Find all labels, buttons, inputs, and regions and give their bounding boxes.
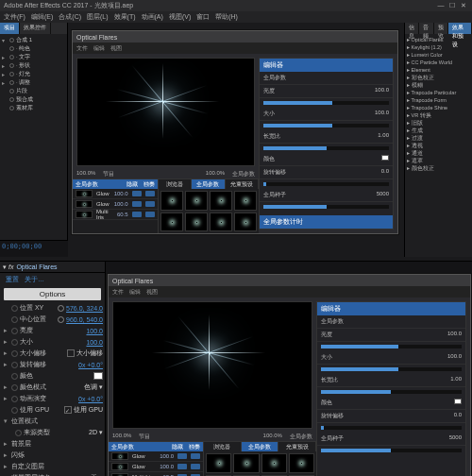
flare-preview[interactable] [112, 301, 312, 429]
twirl-icon[interactable] [2, 327, 9, 334]
param-value[interactable]: 0x +0.0° [78, 362, 103, 368]
gallery-thumb[interactable] [210, 191, 232, 211]
twirl-icon[interactable] [2, 395, 9, 402]
reset-link[interactable]: 重置 [6, 275, 19, 284]
param-checkbox[interactable] [67, 349, 75, 357]
stopwatch-icon[interactable] [15, 430, 22, 436]
editor-slider[interactable] [263, 101, 389, 105]
preview-mode-b[interactable]: 全局参数 [232, 170, 255, 178]
list-item[interactable]: ▸ 通道 [407, 149, 470, 157]
list-item[interactable]: ▸ Keylight (1.2) [407, 43, 470, 51]
preview-mode-a[interactable]: 节目 [139, 433, 150, 441]
stopwatch-icon[interactable] [11, 350, 18, 357]
stopwatch-icon[interactable] [11, 384, 18, 391]
param-value[interactable]: 960.0, 540.0 [66, 316, 103, 323]
panel-tab[interactable]: 效果控件 [20, 23, 51, 34]
stack-row[interactable]: Multi Iris60.5 [109, 472, 203, 476]
editor-slider[interactable] [321, 390, 462, 394]
list-item[interactable]: ▸ VR 转换 [407, 111, 470, 119]
tree-item[interactable]: 素材库 [2, 104, 65, 112]
editor-property[interactable]: 颜色 [317, 397, 465, 410]
param-checkbox[interactable]: ✓ [64, 406, 72, 414]
stack-row[interactable]: Glow100.0 [73, 199, 158, 210]
list-item[interactable]: ▸ CC Particle World [407, 59, 470, 66]
list-item[interactable]: ▸ Element [407, 66, 470, 74]
crosshair-icon[interactable] [58, 305, 64, 312]
twirl-icon[interactable] [2, 349, 9, 357]
twirl-icon[interactable] [2, 440, 9, 448]
list-item[interactable]: ▸ 透视 [407, 142, 470, 149]
gallery-tab[interactable]: 浏览器 [204, 442, 242, 451]
editor-property[interactable]: 全局种子5000 [260, 189, 393, 202]
panel-tab[interactable]: 音频 [419, 23, 433, 34]
color-swatch[interactable] [93, 372, 103, 380]
solo-toggle[interactable] [145, 201, 155, 207]
stopwatch-icon[interactable] [11, 396, 18, 402]
dialog-menu-item[interactable]: 编辑 [129, 288, 141, 297]
tree-item[interactable]: ▸· 调整 [2, 78, 65, 87]
param-group[interactable]: 背景图层纯色无 ▾ [2, 472, 103, 476]
gallery-thumb[interactable] [210, 212, 232, 232]
param-dropdown[interactable]: 2D ▾ [89, 429, 103, 436]
editor-slider[interactable] [263, 124, 389, 128]
param-group[interactable]: 前景层 [2, 438, 103, 450]
dialog-title-bar[interactable]: Optical Flares [109, 275, 470, 286]
effect-name[interactable]: Optical Flares [16, 264, 57, 270]
gallery-tab[interactable]: 全局参数 [242, 442, 279, 451]
tree-item[interactable]: 预合成 [2, 95, 65, 104]
list-item[interactable]: ▸ Lumetri Color [407, 51, 470, 59]
list-item[interactable]: ▸ Trapcode Form [407, 96, 470, 104]
editor-slider[interactable] [321, 367, 462, 371]
twirl-icon[interactable] [2, 463, 9, 470]
stopwatch-icon[interactable] [11, 373, 18, 380]
menu-item[interactable]: 编辑(E) [31, 12, 53, 22]
gallery-tab[interactable]: 浏览器 [159, 179, 193, 189]
stopwatch-icon[interactable] [11, 305, 18, 312]
twirl-icon[interactable] [2, 383, 9, 391]
list-item[interactable]: ▸ 遮罩 [407, 157, 470, 164]
editor-property[interactable]: 亮度100.0 [317, 329, 465, 342]
stack-row[interactable]: Glow100.0 [109, 462, 203, 472]
solo-toggle[interactable] [145, 191, 155, 196]
window-maximize-icon[interactable]: ☐ [447, 2, 457, 9]
param-value[interactable]: 100.0 [86, 328, 103, 334]
menu-item[interactable]: 文件(F) [4, 12, 25, 22]
list-item[interactable]: ▸ Trapcode Particular [407, 89, 470, 96]
editor-property[interactable]: 颜色 [260, 153, 393, 166]
window-close-icon[interactable]: ✕ [459, 2, 468, 9]
panel-tab[interactable]: 效果和预设 [448, 23, 472, 34]
stack-row[interactable]: Glow100.0 [109, 451, 203, 462]
editor-slider[interactable] [263, 205, 389, 209]
gallery-thumb[interactable] [185, 191, 208, 211]
gallery-thumb[interactable] [289, 453, 314, 473]
editor-property[interactable]: 全局参数 [317, 315, 465, 329]
gallery-thumb[interactable] [261, 453, 287, 473]
hide-toggle[interactable] [132, 191, 142, 196]
list-item[interactable]: ▸ 彩色校正 [407, 74, 470, 81]
list-item[interactable]: ▸ Trapcode Shine [407, 104, 470, 111]
dialog-menu-item[interactable]: 视图 [110, 44, 122, 53]
tree-item[interactable]: · 纯色 [2, 44, 65, 53]
solo-toggle[interactable] [191, 453, 200, 459]
param-group[interactable]: 闪烁 [2, 450, 103, 461]
list-item[interactable]: ▸ 颜色校正 [407, 164, 470, 172]
panel-tab[interactable]: 项目 [0, 23, 20, 34]
gallery-thumb[interactable] [160, 212, 183, 232]
panel-tab[interactable]: 预览 [434, 23, 448, 34]
options-button[interactable]: Options [4, 288, 101, 300]
editor-property[interactable]: 大小100.0 [317, 351, 465, 365]
preview-mode-a[interactable]: 节目 [103, 170, 114, 178]
preview-zoom-b[interactable]: 100.0% [206, 170, 225, 178]
menu-item[interactable]: 合成(C) [59, 12, 81, 22]
menu-item[interactable]: 窗口 [196, 12, 210, 22]
stopwatch-icon[interactable] [11, 362, 18, 368]
stopwatch-icon[interactable] [11, 407, 18, 414]
editor-slider[interactable] [263, 146, 389, 150]
gallery-thumb[interactable] [206, 453, 231, 473]
twirl-icon[interactable] [2, 338, 9, 346]
gallery-tab[interactable]: 光束预设 [278, 442, 316, 451]
stack-row[interactable]: Multi Iris60.5 [73, 210, 158, 220]
editor-property[interactable]: 全局参数 [260, 72, 393, 85]
window-minimize-icon[interactable]: — [436, 2, 446, 9]
menu-item[interactable]: 视图(V) [169, 12, 191, 22]
